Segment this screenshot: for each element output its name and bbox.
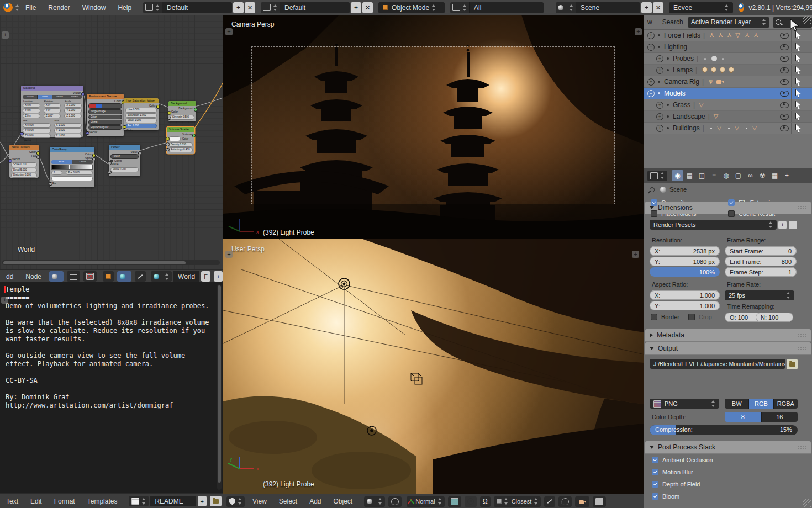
properties-tab[interactable]: ▤ [684,170,695,181]
text-line[interactable]: CC-BY-SA [6,377,209,385]
value-socket-in[interactable] [167,117,171,120]
value-field[interactable]: Detail 5.000 [11,168,37,173]
gizmo-button[interactable] [544,496,555,507]
text-menu-item[interactable]: Edit [24,498,48,505]
visibility-cell[interactable] [777,123,792,134]
text-line[interactable]: Be ware that the (selected) 8x8x8 irradi… [6,319,209,327]
text-line[interactable]: ====== [6,294,209,302]
outliner-row[interactable]: + Buildings | [644,123,812,134]
expand-toggle[interactable]: + [647,32,655,39]
color-swatch[interactable] [168,136,181,141]
collection-name[interactable]: Buildings [673,124,700,132]
scrollbar-thumb[interactable] [3,261,186,264]
visibility-cell[interactable] [777,41,792,52]
crop-checkbox-row[interactable]: Crop [688,314,712,320]
node-math-power[interactable]: Power Value Power Clamp Value Value 0.20… [109,145,140,176]
pin-icon[interactable] [648,186,656,193]
snap-toggle-button[interactable] [465,496,477,507]
density-socket-in[interactable] [166,142,170,146]
mapping-tab[interactable]: Vector [52,95,67,99]
text-line[interactable]: want faster results. [6,335,209,343]
value-field[interactable]: Y 1.000 [64,108,82,113]
post-process-checkbox-row[interactable]: Depth of Field [652,481,812,488]
editor-type-button[interactable] [2,3,19,12]
node-mapping[interactable]: Mapping Vector TexturePointVectorNormal … [21,86,83,137]
overlays-button[interactable] [558,496,572,507]
delete-workspace-button[interactable]: ✕ [362,2,373,13]
anisotropy-socket-in[interactable] [166,148,170,152]
text-line[interactable]: Temple [6,285,209,294]
expand-toggle[interactable]: + [656,67,663,74]
text-line[interactable] [6,310,209,319]
resolution-percentage-slider[interactable]: 100% [650,267,720,277]
depth-option[interactable]: 16 [762,412,798,422]
text-menu-item[interactable]: Format [48,498,81,505]
mode-icon-button[interactable] [364,496,385,507]
panel-post-process-header[interactable]: Post Process Stack [645,441,811,454]
expand-toggle[interactable]: + [656,113,663,120]
world-datablock-icon-button[interactable] [151,271,172,282]
file-format-dropdown[interactable]: PNG [650,399,719,409]
channel-option[interactable]: RGBA [774,399,798,409]
outliner-row[interactable]: + Landscape | [644,111,812,123]
text-line[interactable]: http://www.artstation.com/artist/dommigr… [6,401,209,410]
text-line[interactable] [6,368,209,377]
color-mode-dropdown[interactable]: RGB [51,160,72,164]
node-background[interactable]: Background Background Color Strength 0.5… [168,101,196,121]
strength-field[interactable]: Strength 0.500 [170,115,194,120]
compression-slider[interactable]: Compression: 15% [650,425,798,435]
value-field[interactable]: Y 1.000 [54,128,82,133]
value-field[interactable]: Y 0° [44,108,61,113]
text-menu-item[interactable]: Text [0,498,24,505]
object-shader-button[interactable] [103,271,114,282]
outliner-row[interactable]: − Models [644,88,812,99]
text-name-field[interactable]: README [150,496,196,506]
crop-checkbox[interactable] [688,314,695,320]
checkbox[interactable] [651,199,657,206]
properties-tab[interactable]: ≡ [708,170,720,181]
node-header[interactable]: Noise Texture [9,145,39,150]
properties-tab[interactable]: ▢ [732,170,744,181]
panel-output-header[interactable]: Output [645,342,811,355]
camera-view-button[interactable] [575,496,589,507]
render-animation-button[interactable] [593,496,606,507]
node-environment-texture[interactable]: Environment Texture Color Single ImageCo… [87,94,124,136]
output-path-field[interactable]: J:/Blender/EEVEE/Japanese Mountaints/Mou… [650,359,785,369]
mapping-type-tabs[interactable]: TexturePointVectorNormal [23,95,82,99]
outliner-row[interactable]: + Lamps | [644,65,812,76]
mapping-tab[interactable]: Texture [23,95,38,99]
value-field[interactable]: Value 0.200 [110,167,139,172]
fac-slider[interactable]: Fac 1.000 [125,124,157,129]
checkbox[interactable] [728,210,735,217]
new-text-button[interactable]: + [198,496,207,506]
min-checkbox-label[interactable]: Min [21,119,52,122]
collection-name[interactable]: Grass [673,101,690,109]
world-name-field[interactable]: World [173,271,199,282]
pivot-point-button[interactable] [448,496,461,507]
editor-type-button[interactable] [647,171,667,181]
visibility-cell[interactable] [777,76,792,87]
properties-tab[interactable]: ◍ [720,170,732,181]
text-line[interactable] [6,343,209,352]
value-field[interactable]: Z 0.000 [23,134,51,139]
text-line[interactable]: effect. Playback for animated camera. [6,360,209,368]
shader-node-editor[interactable]: Mapping Vector TexturePointVectorNormal … [0,15,224,269]
shader-type-object-button[interactable] [49,271,64,282]
frame-rate-dropdown[interactable]: 25 fps [725,290,794,300]
color-socket-in[interactable] [167,111,171,115]
resolution-x-field[interactable]: X:2538 px [650,246,720,256]
text-lines[interactable]: Temple======Demo of volumetrics lighting… [6,285,209,410]
fake-user-button[interactable]: F [201,271,210,282]
image-datablock-field[interactable] [88,103,122,109]
channel-option[interactable]: BW [725,399,749,409]
value-field[interactable]: Saturation 1.000 [125,113,157,118]
node-hue-saturation-value[interactable]: Hue Saturation Value Color Hue 0.500Satu… [124,98,159,130]
text-menu-item[interactable]: Templates [81,498,124,505]
compositing-button[interactable] [67,271,80,282]
linestyle-shader-button[interactable] [135,271,146,282]
view-layer-icon-button[interactable] [450,2,470,13]
depth-option[interactable]: 8 [725,412,762,422]
drag-handle[interactable] [798,333,806,337]
node-header[interactable]: Background [168,101,196,106]
value-field[interactable]: Hue 0.500 [125,108,157,113]
